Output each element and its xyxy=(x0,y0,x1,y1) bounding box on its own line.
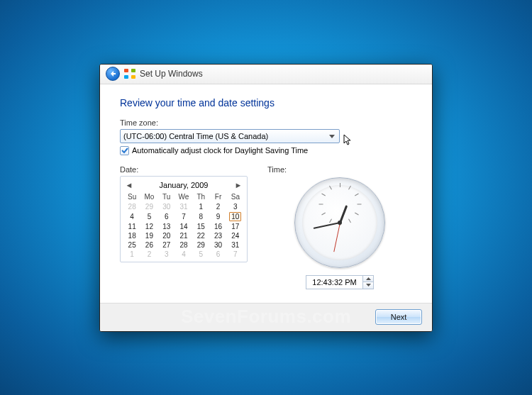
calendar-day[interactable]: 28 xyxy=(175,240,192,250)
calendar-day[interactable]: 21 xyxy=(175,231,192,240)
calendar-day[interactable]: 6 xyxy=(209,250,226,259)
setup-wizard-window: Set Up Windows Review your time and date… xyxy=(99,64,433,332)
time-input[interactable] xyxy=(306,275,362,289)
calendar-next-button[interactable]: ► xyxy=(234,181,243,189)
timezone-label: Time zone: xyxy=(120,118,412,127)
calendar-day-header: Th xyxy=(192,191,209,202)
clock-tick xyxy=(319,204,323,205)
calendar-day[interactable]: 28 xyxy=(123,202,140,211)
calendar-day[interactable]: 29 xyxy=(192,240,209,250)
dst-checkbox[interactable] xyxy=(120,146,129,155)
calendar-day[interactable]: 2 xyxy=(140,250,157,259)
calendar-month-title[interactable]: January, 2009 xyxy=(160,181,209,189)
cursor-icon xyxy=(343,134,353,148)
time-spin-up[interactable] xyxy=(363,276,373,283)
calendar-day-header: Su xyxy=(123,191,140,202)
chevron-down-icon xyxy=(327,132,337,142)
calendar-day[interactable]: 10 xyxy=(227,211,244,222)
calendar-day[interactable]: 24 xyxy=(227,231,244,240)
time-spin-down[interactable] xyxy=(363,282,373,289)
clock-tick xyxy=(340,183,340,187)
clock-center-pin xyxy=(338,221,342,225)
next-button[interactable]: Next xyxy=(375,309,422,325)
calendar-day[interactable]: 2 xyxy=(209,202,226,211)
page-heading: Review your time and date settings xyxy=(120,97,412,109)
time-label: Time: xyxy=(267,165,287,174)
calendar: ◄ January, 2009 ► SuMoTuWeThFrSa 2829303… xyxy=(120,176,248,262)
dst-row: Automatically adjust clock for Daylight … xyxy=(120,146,412,155)
time-spinner xyxy=(306,275,374,289)
calendar-day[interactable]: 1 xyxy=(123,250,140,259)
calendar-day[interactable]: 18 xyxy=(123,231,140,240)
calendar-day-header: We xyxy=(175,191,192,202)
date-panel: Date: ◄ January, 2009 ► SuMoTuWeThFrSa 2… xyxy=(120,165,248,289)
calendar-day[interactable]: 22 xyxy=(192,231,209,240)
calendar-day-header: Fr xyxy=(209,191,226,202)
calendar-day[interactable]: 5 xyxy=(140,211,157,222)
calendar-day[interactable]: 13 xyxy=(158,222,175,231)
calendar-day[interactable]: 17 xyxy=(227,222,244,231)
calendar-day[interactable]: 19 xyxy=(140,231,157,240)
calendar-day[interactable]: 31 xyxy=(175,202,192,211)
footer: Next xyxy=(100,303,432,331)
calendar-day[interactable]: 29 xyxy=(140,202,157,211)
calendar-day[interactable]: 6 xyxy=(158,211,175,222)
calendar-day-header: Mo xyxy=(140,191,157,202)
timezone-select[interactable]: (UTC-06:00) Central Time (US & Canada) xyxy=(120,129,340,143)
titlebar: Set Up Windows xyxy=(100,65,432,84)
calendar-day[interactable]: 14 xyxy=(175,222,192,231)
calendar-day[interactable]: 12 xyxy=(140,222,157,231)
calendar-day[interactable]: 26 xyxy=(140,240,157,250)
calendar-day[interactable]: 3 xyxy=(227,202,244,211)
time-panel: Time: xyxy=(267,165,412,289)
timezone-selected-value: (UTC-06:00) Central Time (US & Canada) xyxy=(123,132,268,140)
calendar-day[interactable]: 9 xyxy=(209,211,226,222)
calendar-grid: SuMoTuWeThFrSa 2829303112345678910111213… xyxy=(123,191,244,259)
calendar-day[interactable]: 8 xyxy=(192,211,209,222)
calendar-day[interactable]: 7 xyxy=(227,250,244,259)
calendar-day[interactable]: 27 xyxy=(158,240,175,250)
dst-label: Automatically adjust clock for Daylight … xyxy=(132,146,308,155)
window-title: Set Up Windows xyxy=(140,69,203,79)
calendar-day[interactable]: 5 xyxy=(192,250,209,259)
analog-clock xyxy=(294,177,385,268)
calendar-day[interactable]: 3 xyxy=(158,250,175,259)
calendar-day[interactable]: 15 xyxy=(192,222,209,231)
windows-logo-icon xyxy=(124,69,135,79)
calendar-day-header: Sa xyxy=(227,191,244,202)
clock-tick xyxy=(358,204,362,205)
calendar-day[interactable]: 16 xyxy=(209,222,226,231)
calendar-day[interactable]: 20 xyxy=(158,231,175,240)
calendar-day[interactable]: 31 xyxy=(227,240,244,250)
calendar-day-header: Tu xyxy=(158,191,175,202)
calendar-day[interactable]: 30 xyxy=(158,202,175,211)
calendar-prev-button[interactable]: ◄ xyxy=(125,181,133,189)
date-label: Date: xyxy=(120,165,248,174)
content-area: Review your time and date settings Time … xyxy=(100,84,432,303)
calendar-day[interactable]: 4 xyxy=(123,211,140,222)
calendar-day[interactable]: 30 xyxy=(209,240,226,250)
calendar-day[interactable]: 25 xyxy=(123,240,140,250)
back-button[interactable] xyxy=(106,67,120,81)
calendar-day[interactable]: 23 xyxy=(209,231,226,240)
calendar-day[interactable]: 7 xyxy=(175,211,192,222)
calendar-day[interactable]: 11 xyxy=(123,222,140,231)
calendar-day[interactable]: 1 xyxy=(192,202,209,211)
calendar-day[interactable]: 4 xyxy=(175,250,192,259)
